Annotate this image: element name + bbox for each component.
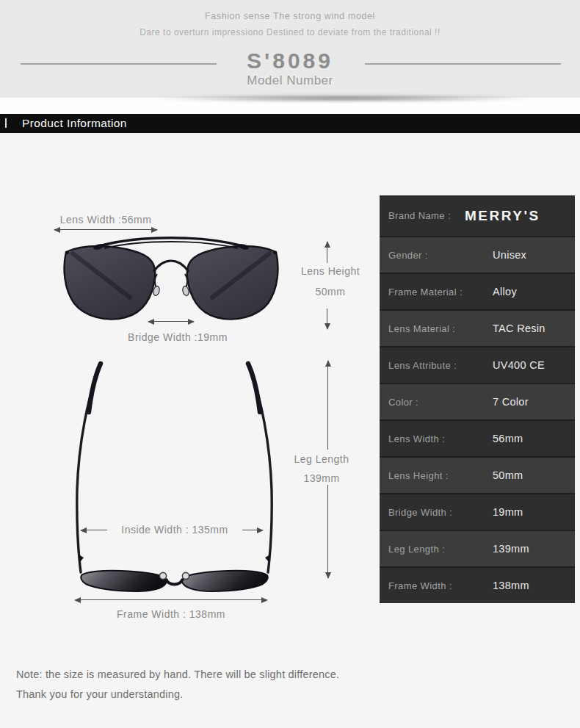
- sunglasses-front-illustration: [62, 231, 280, 322]
- lens-height-arrow-down: [327, 309, 327, 329]
- header-drop-shadow: [0, 98, 580, 114]
- spec-row-bridge-width: Bridge Width : 19mm: [380, 494, 575, 531]
- note-line2: Thank you for your understanding.: [16, 685, 427, 704]
- spec-label: Leg Length :: [388, 531, 445, 566]
- inside-width-arrow-left: [81, 530, 107, 530]
- leg-length-label: Leg Length 139mm: [289, 453, 354, 484]
- note-line1: Note: the size is measured by hand. Ther…: [16, 665, 427, 685]
- spec-value: 19mm: [493, 494, 523, 530]
- model-number-caption: Model Number: [0, 73, 580, 88]
- spec-value: TAC Resin: [493, 311, 545, 346]
- bridge-width-arrow: [148, 321, 194, 322]
- section-title: Product Information: [22, 114, 127, 133]
- spec-value: 50mm: [493, 458, 523, 493]
- product-info-page: Fashion sense The strong wind model Dare…: [0, 0, 580, 728]
- spec-row-frame-width: Frame Width : 138mm: [380, 568, 575, 603]
- spec-label: Frame Width :: [388, 568, 452, 603]
- spec-row-color: Color : 7 Color: [380, 384, 575, 421]
- lens-height-label-line2: 50mm: [297, 286, 364, 298]
- tagline-line1: Fashion sense The strong wind model: [0, 11, 580, 21]
- leg-length-arrow-top: [327, 361, 328, 450]
- spec-label: Lens Attribute :: [388, 347, 457, 383]
- section-bar: Product Information: [0, 114, 580, 133]
- spec-row-brand: Brand Name : MERRY'S: [380, 195, 575, 237]
- spec-value: UV400 CE: [493, 347, 545, 383]
- header-banner: Fashion sense The strong wind model Dare…: [0, 0, 580, 98]
- spec-value: Unisex: [493, 237, 526, 273]
- brand-logo: MERRY'S: [465, 195, 540, 236]
- sunglasses-top-illustration: [70, 358, 279, 597]
- lens-width-label: Lens Width :56mm: [54, 214, 158, 226]
- spec-table: Brand Name : MERRY'S Gender : Unisex Fra…: [380, 195, 575, 603]
- spec-value: 139mm: [493, 531, 529, 566]
- bridge-width-label: Bridge Width :19mm: [104, 331, 251, 343]
- lens-height-arrow-up: [327, 242, 327, 263]
- leg-length-arrow-bottom: [327, 485, 328, 578]
- spec-label: Brand Name :: [388, 195, 451, 236]
- spec-label: Color :: [388, 384, 418, 419]
- lens-height-label: Lens Height 50mm: [297, 265, 364, 298]
- spec-row-lens-material: Lens Material : TAC Resin: [380, 311, 575, 347]
- spec-value: 56mm: [493, 421, 523, 456]
- spec-label: Lens Width :: [388, 421, 445, 456]
- size-note: Note: the size is measured by hand. Ther…: [16, 665, 427, 704]
- spec-row-frame-material: Frame Material : Alloy: [380, 274, 575, 311]
- spec-label: Lens Height :: [388, 458, 449, 493]
- tagline-line2: Dare to overturn impressiono Destined to…: [0, 27, 580, 37]
- spec-row-leg-length: Leg Length : 139mm: [380, 531, 575, 568]
- spec-value: 7 Color: [493, 384, 529, 419]
- spec-label: Lens Material :: [388, 311, 455, 346]
- inside-width-arrow-right: [242, 530, 263, 530]
- lens-height-label-line1: Lens Height: [297, 265, 364, 277]
- spec-value: 138mm: [493, 568, 529, 603]
- spec-row-lens-width: Lens Width : 56mm: [380, 421, 575, 458]
- leg-length-label-line2: 139mm: [289, 472, 354, 484]
- spec-label: Bridge Width :: [388, 494, 452, 530]
- spec-row-gender: Gender : Unisex: [380, 237, 575, 274]
- inside-width-label: Inside Width : 135mm: [109, 524, 241, 536]
- spec-row-lens-attribute: Lens Attribute : UV400 CE: [380, 347, 575, 384]
- lens-width-arrow: [54, 229, 157, 230]
- spec-label: Gender :: [388, 237, 428, 273]
- leg-length-label-line1: Leg Length: [289, 453, 354, 465]
- model-number: S'8089: [0, 48, 580, 73]
- spec-row-lens-height: Lens Height : 50mm: [380, 458, 575, 494]
- spec-value: Alloy: [493, 274, 517, 309]
- section-bar-tick: [5, 118, 7, 128]
- frame-width-label: Frame Width : 138mm: [98, 608, 244, 620]
- spec-label: Frame Material :: [388, 274, 463, 309]
- frame-width-arrow: [75, 599, 267, 600]
